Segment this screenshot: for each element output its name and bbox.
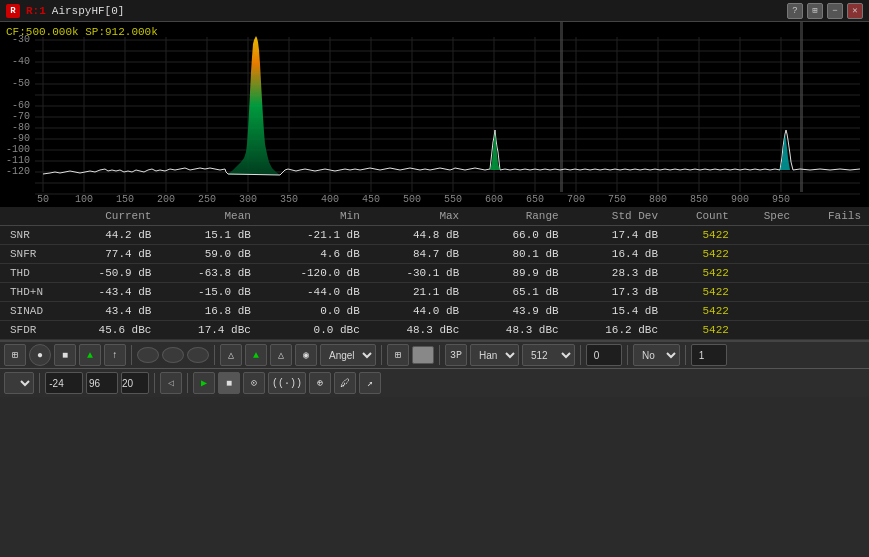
svg-text:-40: -40 [12, 56, 30, 67]
svg-text:750: 750 [608, 194, 626, 205]
cell-thdnn-9 [798, 283, 869, 302]
separator2 [214, 345, 215, 365]
stats-row-sfdr: SFDR45.6 dBc17.4 dBc0.0 dBc48.3 dBc48.3 … [0, 321, 869, 340]
titlebar-left: R R:1 AirspyHF[0] [6, 4, 124, 18]
circle-button[interactable]: ● [29, 344, 51, 366]
cell-sfdr-1: 45.6 dBc [60, 321, 159, 340]
cell-thdnn-5: 65.1 dB [467, 283, 566, 302]
col-header-spec: Spec [737, 207, 798, 226]
stats-row-thd: THD-50.9 dB-63.8 dB-120.0 dB-30.1 dB89.9… [0, 264, 869, 283]
broadcast-button[interactable]: ((·)) [268, 372, 306, 394]
stats-header-row: Current Mean Min Max Range Std Dev Count… [0, 207, 869, 226]
svg-text:950: 950 [772, 194, 790, 205]
triangle-button[interactable]: ▲ [79, 344, 101, 366]
triangle-small-button[interactable]: ◁ [160, 372, 182, 394]
value-spinner[interactable] [586, 344, 622, 366]
stop-button[interactable]: ■ [218, 372, 240, 394]
close-button[interactable]: ✕ [847, 3, 863, 19]
stats-row-thdnn: THD+N-43.4 dB-15.0 dB-44.0 dB21.1 dB65.1… [0, 283, 869, 302]
stats-tbody: SNR44.2 dB15.1 dB-21.1 dB44.8 dB66.0 dB1… [0, 226, 869, 340]
titlebar-controls: ? ⊞ − ✕ [787, 3, 863, 19]
stats-table: Current Mean Min Max Range Std Dev Count… [0, 207, 869, 340]
cell-sfdr-0: SFDR [0, 321, 60, 340]
cell-snfr-2: 59.0 dB [159, 245, 258, 264]
spectrum-display: CF:500.000k SP:912.000k -30 -40 -50 -60 … [0, 22, 869, 207]
titlebar-channel: R:1 [26, 5, 46, 17]
fft-size-dropdown[interactable]: 512 256 1024 [522, 344, 575, 366]
arrow-up-button[interactable]: ↑ [104, 344, 126, 366]
cell-sinad-6: 15.4 dB [567, 302, 666, 321]
svg-text:50: 50 [37, 194, 49, 205]
han-dropdown[interactable]: Han [470, 344, 519, 366]
svg-text:400: 400 [321, 194, 339, 205]
col-header-min: Min [259, 207, 368, 226]
cell-sinad-4: 44.0 dB [368, 302, 467, 321]
arrow-button[interactable]: ↗ [359, 372, 381, 394]
play-button[interactable]: ▶ [193, 372, 215, 394]
cell-snr-8 [737, 226, 798, 245]
svg-text:-80: -80 [12, 122, 30, 133]
cell-thd-8 [737, 264, 798, 283]
svg-text:500: 500 [403, 194, 421, 205]
cell-thd-9 [798, 264, 869, 283]
tri3-button[interactable]: △ [270, 344, 292, 366]
no-dropdown[interactable]: No Yes [633, 344, 680, 366]
svg-text:650: 650 [526, 194, 544, 205]
cell-sinad-2: 16.8 dB [159, 302, 258, 321]
cf-label: CF:500.000k SP:912.000k [6, 26, 158, 38]
svg-text:350: 350 [280, 194, 298, 205]
angel-dropdown[interactable]: Angel [320, 344, 376, 366]
grid2-button[interactable]: ⊞ [387, 344, 409, 366]
cell-sfdr-4: 48.3 dBc [368, 321, 467, 340]
svg-text:-90: -90 [12, 133, 30, 144]
cell-sfdr-6: 16.2 dBc [567, 321, 666, 340]
col-header-mean: Mean [159, 207, 258, 226]
svg-text:250: 250 [198, 194, 216, 205]
cell-snr-5: 66.0 dB [467, 226, 566, 245]
dot-button[interactable]: ◉ [295, 344, 317, 366]
cell-snfr-0: SNFR [0, 245, 60, 264]
cell-snr-6: 17.4 dB [567, 226, 666, 245]
svg-text:-110: -110 [6, 155, 30, 166]
sep-t2-1 [39, 373, 40, 393]
decimation-input[interactable] [121, 372, 149, 394]
minimize-button[interactable]: − [827, 3, 843, 19]
square-button[interactable]: ■ [54, 344, 76, 366]
grid-button[interactable]: ⊞ [4, 344, 26, 366]
cell-sfdr-8 [737, 321, 798, 340]
cell-sinad-8 [737, 302, 798, 321]
cell-snr-0: SNR [0, 226, 60, 245]
tri1-button[interactable]: △ [220, 344, 242, 366]
cell-thd-4: -30.1 dB [368, 264, 467, 283]
crosshair-button[interactable]: ⊕ [309, 372, 331, 394]
bar-button[interactable] [412, 346, 434, 364]
stats-row-snfr: SNFR77.4 dB59.0 dB4.6 dB84.7 dB80.1 dB16… [0, 245, 869, 264]
gain-input[interactable] [45, 372, 83, 394]
toolbar1: ⊞ ● ■ ▲ ↑ △ ▲ △ ◉ Angel ⊞ 3P Han 512 256… [0, 341, 869, 369]
layout-button[interactable]: ⊞ [807, 3, 823, 19]
cell-snfr-7: 5422 [666, 245, 737, 264]
channel-dropdown[interactable]: A B [4, 372, 34, 394]
separator6 [627, 345, 628, 365]
radio-btn1[interactable] [137, 347, 159, 363]
samplerate-input[interactable] [86, 372, 118, 394]
cell-sinad-9 [798, 302, 869, 321]
svg-text:200: 200 [157, 194, 175, 205]
svg-text:300: 300 [239, 194, 257, 205]
tri2-button[interactable]: ▲ [245, 344, 267, 366]
toolbar2: A B ◁ ▶ ■ ⊙ ((·)) ⊕ 🖊 ↗ [0, 369, 869, 397]
cell-snfr-9 [798, 245, 869, 264]
col-header-current: Current [60, 207, 159, 226]
svg-text:-60: -60 [12, 100, 30, 111]
paint-button[interactable]: 🖊 [334, 372, 356, 394]
help-button[interactable]: ? [787, 3, 803, 19]
cell-sinad-1: 43.4 dB [60, 302, 159, 321]
3p-button[interactable]: 3P [445, 344, 467, 366]
value2-spinner[interactable] [691, 344, 727, 366]
svg-rect-64 [560, 22, 563, 192]
cell-sfdr-9 [798, 321, 869, 340]
record-button[interactable]: ⊙ [243, 372, 265, 394]
svg-text:700: 700 [567, 194, 585, 205]
radio-btn2[interactable] [162, 347, 184, 363]
radio-btn3[interactable] [187, 347, 209, 363]
